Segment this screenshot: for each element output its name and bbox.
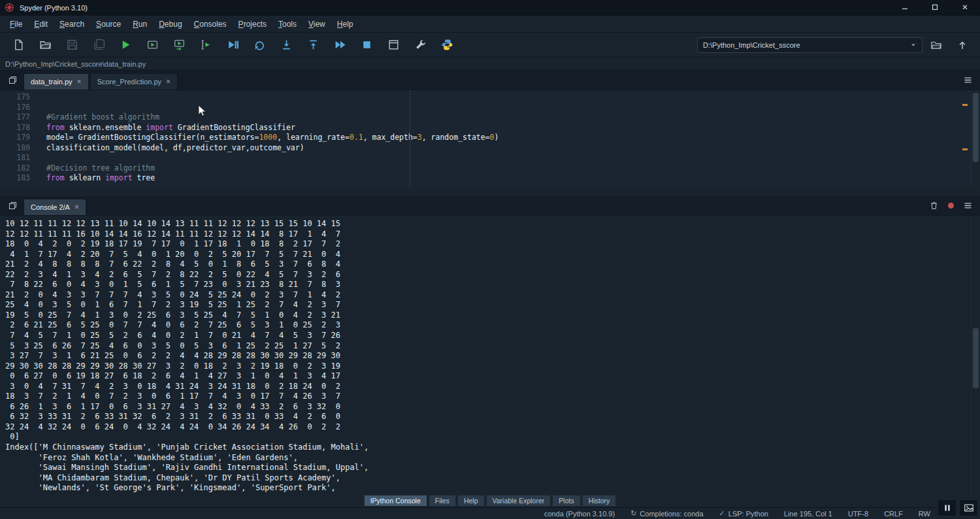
encoding-status: UTF-8 — [848, 510, 868, 518]
console-line: 21 2 4 8 8 8 8 7 6 22 2 8 4 5 0 1 8 6 5 … — [5, 260, 980, 270]
code-editor[interactable]: 175176177#Gradient boost algorithm178fro… — [0, 90, 980, 187]
close-tab-icon[interactable]: × — [77, 78, 82, 86]
menu-projects[interactable]: Projects — [233, 17, 272, 31]
edge-line — [410, 90, 410, 187]
menu-file[interactable]: File — [4, 17, 28, 31]
browse-console-tabs-button[interactable] — [4, 197, 21, 213]
console-line: 25 4 0 3 5 0 1 6 7 1 7 2 3 19 5 25 1 25 … — [5, 300, 980, 310]
debug-file-button[interactable] — [220, 35, 246, 56]
continue-icon — [334, 39, 346, 51]
continue-button[interactable] — [327, 35, 353, 56]
console-output[interactable]: 10 12 11 11 12 12 13 11 10 14 10 14 13 1… — [0, 216, 980, 494]
console-line: 0 6 27 0 6 19 18 27 6 18 2 6 4 1 4 27 3 … — [5, 371, 980, 382]
menu-view[interactable]: View — [302, 17, 331, 31]
pane-tab-help[interactable]: Help — [457, 495, 485, 507]
browse-directory-button[interactable] — [924, 35, 949, 55]
hamburger-icon — [963, 75, 973, 85]
stop-debug-button[interactable] — [353, 35, 380, 56]
menu-source[interactable]: Source — [90, 17, 127, 31]
status-text: CRLF — [884, 510, 903, 518]
code-segment: tree — [133, 173, 155, 182]
image-button[interactable] — [959, 499, 978, 516]
chevron-down-icon[interactable] — [910, 42, 917, 48]
pane-tab-history[interactable]: History — [582, 495, 617, 507]
close-tab-icon[interactable]: × — [166, 78, 171, 86]
save-button[interactable] — [59, 35, 86, 56]
new-file-button[interactable] — [5, 35, 32, 56]
editor-scrollbar[interactable] — [971, 90, 980, 187]
line-number: 178 — [0, 123, 30, 133]
editor-tab-data-train-py[interactable]: data_train.py× — [24, 73, 89, 90]
console-pane: Console 2/A × 10 12 11 11 12 12 13 11 10… — [0, 196, 980, 507]
browse-tabs-button[interactable] — [4, 72, 21, 88]
menu-consoles[interactable]: Consoles — [188, 17, 233, 31]
browse-tabs-icon — [8, 75, 18, 85]
maximize-button[interactable] — [920, 0, 950, 16]
code-segment: model= GradientBoostingClassifier(n_esti… — [46, 133, 259, 142]
menu-help[interactable]: Help — [331, 17, 359, 31]
parent-directory-icon — [956, 39, 968, 51]
code-segment: sklearn — [65, 173, 105, 182]
save-all-icon — [93, 39, 105, 51]
hamburger-icon — [963, 201, 973, 210]
lsp-status: ✓LSP: Python — [719, 509, 768, 518]
console-line: 5 3 25 6 26 7 25 4 6 0 3 5 0 5 3 6 1 25 … — [5, 341, 980, 352]
pane-tab-plots[interactable]: Plots — [552, 495, 580, 507]
console-line: Index(['M Chinnaswamy Stadium', 'Punjab … — [5, 443, 980, 453]
working-directory-combobox[interactable]: D:\Python_Imp\Cricket_sscore — [697, 37, 923, 53]
close-button[interactable] — [950, 0, 980, 16]
open-file-button[interactable] — [32, 35, 59, 56]
code-line: 175 — [0, 92, 980, 103]
minimize-button[interactable] — [890, 0, 920, 16]
remove-console-button[interactable] — [925, 197, 942, 213]
preferences-button[interactable] — [407, 35, 434, 56]
pane-tab-ipython-console[interactable]: IPython Console — [364, 495, 427, 507]
editor-scrollbar-thumb[interactable] — [973, 93, 979, 162]
pause-button[interactable] — [938, 499, 956, 516]
code-text — [30, 103, 46, 113]
editor-lines: 175176177#Gradient boost algorithm178fro… — [0, 92, 980, 184]
line-number: 175 — [0, 92, 30, 103]
step-into-button[interactable] — [273, 35, 300, 56]
interpreter-status: conda (Python 3.10.9) — [544, 510, 615, 518]
console-scrollbar[interactable] — [971, 216, 980, 494]
change-marker — [962, 104, 968, 106]
menu-run[interactable]: Run — [127, 17, 153, 31]
step-over-button[interactable] — [246, 35, 273, 56]
pane-tab-variable-explorer[interactable]: Variable Explorer — [486, 495, 551, 507]
menu-tools[interactable]: Tools — [272, 17, 302, 31]
pane-tab-files[interactable]: Files — [429, 495, 456, 507]
pythonpath-button[interactable] — [434, 35, 461, 56]
menu-search[interactable]: Search — [54, 17, 90, 31]
menu-edit[interactable]: Edit — [28, 17, 54, 31]
line-number: 181 — [0, 153, 30, 163]
menu-debug[interactable]: Debug — [153, 17, 188, 31]
pane-splitter[interactable] — [0, 187, 980, 196]
console-scrollbar-thumb[interactable] — [973, 328, 979, 388]
titlebar: Spyder (Python 3.10) — [0, 0, 980, 16]
save-all-button[interactable] — [86, 35, 112, 56]
code-segment: classification_model(model, df,predictor… — [46, 143, 304, 152]
run-selection-button[interactable] — [193, 35, 220, 56]
line-number: 182 — [0, 163, 30, 174]
close-tab-icon[interactable]: × — [74, 203, 79, 211]
editor-tab-score-prediction-py[interactable]: Score_Prediction.py× — [90, 73, 178, 90]
kernel-status-indicator — [942, 197, 959, 213]
console-tab[interactable]: Console 2/A × — [24, 199, 86, 215]
spyder-logo-icon — [5, 3, 14, 14]
code-line: 179model= GradientBoostingClassifier(n_e… — [0, 133, 980, 143]
editor-options-button[interactable] — [959, 72, 976, 88]
console-tabs: Console 2/A × — [24, 199, 86, 215]
parent-directory-button[interactable] — [950, 35, 975, 55]
run-cell-button[interactable] — [139, 35, 166, 56]
step-return-button[interactable] — [300, 35, 327, 56]
code-segment: from — [46, 123, 65, 132]
maximize-pane-button[interactable] — [380, 35, 407, 56]
status-text: conda (Python 3.10.9) — [544, 510, 615, 518]
change-marker — [962, 148, 968, 150]
corner-buttons — [938, 499, 978, 516]
run-cell-advance-button[interactable] — [166, 35, 193, 56]
console-line: 'Feroz Shah Kotla', 'Wankhede Stadium', … — [5, 453, 980, 463]
run-file-button[interactable] — [112, 35, 139, 56]
console-options-button[interactable] — [959, 197, 976, 213]
